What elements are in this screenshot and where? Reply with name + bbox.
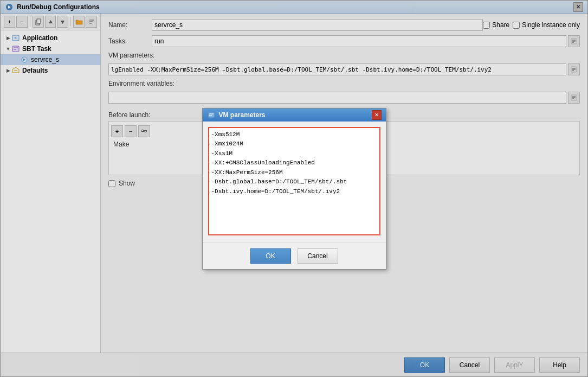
dialog-close-button[interactable]: ✕ — [372, 110, 382, 120]
svg-rect-34 — [208, 112, 215, 118]
dialog-cancel-button[interactable]: Cancel — [298, 248, 338, 264]
dialog-body: -Xms512M -Xmx1024M -Xss1M -XX:+CMSClassU… — [203, 122, 386, 242]
dialog-title-bar: VM parameters ✕ — [203, 108, 386, 122]
dialog-overlay: VM parameters ✕ -Xms512M -Xmx1024M -Xss1… — [0, 0, 588, 377]
dialog-title-text: VM parameters — [219, 111, 372, 119]
dialog-ok-button[interactable]: OK — [250, 248, 291, 264]
vm-params-dialog: VM parameters ✕ -Xms512M -Xmx1024M -Xss1… — [202, 108, 386, 270]
dialog-buttons: OK Cancel — [203, 242, 386, 269]
vm-params-textarea[interactable]: -Xms512M -Xmx1024M -Xss1M -XX:+CMSClassU… — [208, 127, 380, 235]
dialog-title-icon — [207, 111, 216, 119]
